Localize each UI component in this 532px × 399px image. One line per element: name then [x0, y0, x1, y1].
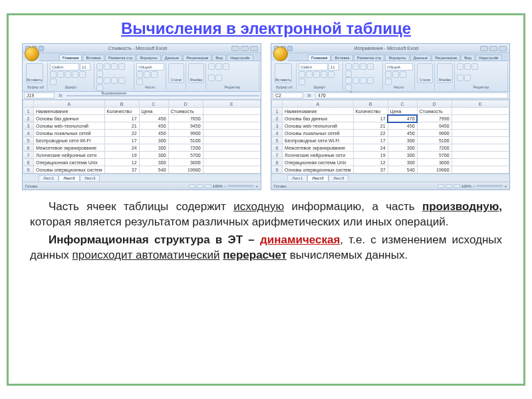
- ribbon-tabs[interactable]: Главная Вставка Разметка стр Формулы Дан…: [288, 53, 509, 61]
- tab-view[interactable]: Вид: [212, 55, 226, 61]
- sheet-tabs[interactable]: Лист1 Лист2 Лист3: [271, 174, 509, 182]
- window-title: Стоимость - Microsoft Excel: [44, 46, 231, 51]
- slide-title: Вычисления в электронной таблице: [17, 19, 515, 38]
- zoom-control[interactable]: 100% −+: [438, 184, 507, 188]
- excel-window-left: Стоимость - Microsoft Excel Главная Вста…: [22, 43, 261, 190]
- name-box[interactable]: C2: [273, 92, 303, 98]
- window-title: Исправления - Microsoft Excel: [293, 46, 480, 51]
- selected-cell: 470: [388, 115, 417, 122]
- cells-button[interactable]: Ячейки: [188, 63, 204, 83]
- ribbon: Вставить Буфер об Calibri 11 Шрифт Вырав…: [271, 61, 509, 92]
- formula-bar: C2 fx 470: [271, 92, 509, 100]
- tab-formulas[interactable]: Формулы: [136, 55, 160, 61]
- styles-button[interactable]: Стили: [168, 63, 184, 83]
- group-clipboard: Буфер об: [26, 85, 45, 89]
- tab-layout[interactable]: Разметка стр: [105, 55, 136, 61]
- spreadsheet-grid[interactable]: A B C D E 1НаименованиеКоличествоЦенаСто…: [271, 100, 509, 174]
- tab-insert[interactable]: Вставка: [82, 55, 104, 61]
- tab-review[interactable]: Рецензиров: [183, 55, 211, 61]
- status-bar: Готово 100% −+: [271, 182, 509, 190]
- slide-body-text: Часть ячеек таблицы содержит исходную ин…: [17, 200, 515, 263]
- screenshots-row: Стоимость - Microsoft Excel Главная Вста…: [17, 43, 515, 190]
- tab-data[interactable]: Данные: [162, 55, 183, 61]
- formula-bar: J19 fx: [23, 92, 261, 100]
- number-format[interactable]: Общий: [136, 63, 164, 70]
- tab-home[interactable]: Главная: [59, 55, 82, 61]
- titlebar: Исправления - Microsoft Excel: [271, 44, 509, 53]
- ribbon-tabs[interactable]: Главная Вставка Разметка стр Формулы Дан…: [39, 53, 261, 61]
- name-box[interactable]: J19: [24, 92, 55, 98]
- excel-window-right: Исправления - Microsoft Excel Главная Вс…: [271, 43, 510, 190]
- status-bar: Готово 100% −+: [23, 182, 261, 190]
- spreadsheet-grid[interactable]: A B C D E 1НаименованиеКоличествоЦенаСто…: [23, 100, 261, 174]
- formula-input[interactable]: [66, 95, 259, 96]
- office-button[interactable]: [273, 47, 288, 61]
- window-buttons[interactable]: [480, 46, 507, 51]
- fx-icon[interactable]: fx: [56, 93, 65, 98]
- paste-button[interactable]: Вставить: [26, 63, 43, 83]
- titlebar: Стоимость - Microsoft Excel: [23, 44, 261, 53]
- sheet-tabs[interactable]: Лист1 Лист2 Лист3: [23, 174, 261, 182]
- slide-frame: Вычисления в электронной таблице Стоимос…: [7, 13, 525, 386]
- group-edit: Редактир: [208, 85, 257, 89]
- tab-addins[interactable]: Надстройк: [227, 55, 253, 61]
- ribbon: Вставить Буфер об Calibri 11 Шрифт Вырав…: [23, 61, 261, 92]
- status-ready: Готово: [25, 184, 38, 188]
- fx-icon[interactable]: fx: [305, 93, 314, 98]
- font-size[interactable]: 11: [80, 63, 90, 70]
- group-font: Шрифт: [50, 85, 92, 89]
- zoom-control[interactable]: 100% −+: [189, 184, 258, 188]
- font-name[interactable]: Calibri: [50, 63, 79, 70]
- group-number: Число: [136, 85, 164, 89]
- office-button[interactable]: [25, 47, 39, 61]
- formula-input[interactable]: 470: [315, 92, 508, 98]
- window-buttons[interactable]: [231, 46, 258, 51]
